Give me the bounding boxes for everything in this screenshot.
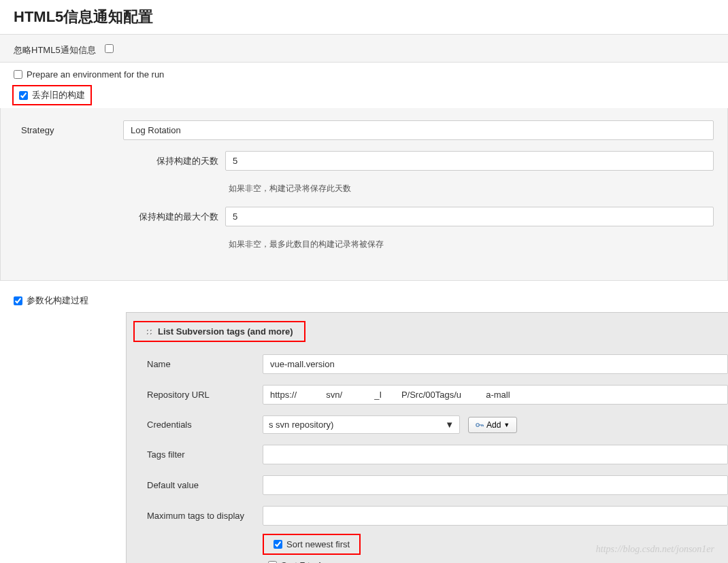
discard-old-highlight: 丢弃旧的构建 bbox=[12, 85, 92, 105]
cred-label: Credentials bbox=[147, 420, 263, 430]
parameterized-section: List Subversion tags (and more) Name Rep… bbox=[0, 312, 728, 563]
svn-param-box: List Subversion tags (and more) Name Rep… bbox=[126, 312, 728, 563]
prepare-env-checkbox[interactable] bbox=[14, 70, 22, 79]
add-btn-label: Add bbox=[486, 420, 501, 430]
svn-param-header: List Subversion tags (and more) bbox=[127, 313, 728, 349]
discard-old-label: 丢弃旧的构建 bbox=[32, 89, 85, 101]
chevron-down-icon: ▼ bbox=[503, 422, 510, 428]
repo-input[interactable] bbox=[263, 385, 728, 405]
cred-value: s svn repository) bbox=[269, 420, 333, 430]
svn-param-header-highlight: List Subversion tags (and more) bbox=[133, 321, 305, 342]
default-label: Default value bbox=[147, 480, 263, 490]
key-icon bbox=[476, 422, 484, 428]
max-tags-row: Maximum tags to display bbox=[127, 500, 728, 531]
name-label: Name bbox=[147, 359, 263, 369]
strategy-label: Strategy bbox=[21, 125, 123, 135]
max-keep-label: 保持构建的最大个数 bbox=[133, 211, 225, 223]
days-keep-help: 如果非空，构建记录将保存此天数 bbox=[229, 179, 714, 204]
cred-row: Credentials s svn repository) ▼ Add ▼ bbox=[127, 410, 728, 439]
parameterized-checkbox[interactable] bbox=[14, 296, 22, 305]
strategy-row: Strategy bbox=[21, 118, 714, 143]
sort-newest-checkbox[interactable] bbox=[274, 540, 282, 549]
svn-param-title: List Subversion tags (and more) bbox=[158, 326, 293, 337]
max-tags-label: Maximum tags to display bbox=[147, 511, 263, 521]
default-row: Default value bbox=[127, 470, 728, 500]
prepare-env-row: Prepare an environment for the run bbox=[0, 65, 728, 84]
sort-newest-label: Sort newest first bbox=[286, 539, 350, 549]
discard-old-row: 丢弃旧的构建 bbox=[0, 84, 728, 107]
days-keep-label: 保持构建的天数 bbox=[133, 155, 225, 167]
name-input[interactable] bbox=[263, 354, 728, 374]
default-input[interactable] bbox=[263, 475, 728, 495]
ignore-html5-checkbox[interactable] bbox=[105, 44, 114, 53]
name-row: Name bbox=[127, 349, 728, 379]
sort-newest-highlight: Sort newest first bbox=[263, 534, 361, 555]
cred-select[interactable]: s svn repository) ▼ bbox=[263, 415, 460, 434]
ignore-html5-section: 忽略HTML5通知信息 bbox=[0, 34, 728, 63]
tags-filter-label: Tags filter bbox=[147, 449, 263, 460]
add-cred-button[interactable]: Add ▼ bbox=[468, 417, 517, 433]
max-keep-help: 如果非空，最多此数目的构建记录将被保存 bbox=[229, 235, 714, 260]
tags-filter-row: Tags filter bbox=[127, 439, 728, 470]
svg-point-0 bbox=[476, 423, 480, 426]
max-keep-row: 保持构建的最大个数 bbox=[133, 204, 714, 229]
ignore-html5-label: 忽略HTML5通知信息 bbox=[14, 44, 102, 56]
repo-label: Repository URL bbox=[147, 390, 263, 400]
sort-newest-row: Sort newest first bbox=[263, 531, 728, 558]
max-keep-input[interactable] bbox=[225, 207, 714, 226]
chevron-down-icon: ▼ bbox=[445, 420, 454, 430]
page-title: HTML5信息通知配置 bbox=[0, 0, 728, 34]
sort-za-label: Sort Z to A bbox=[281, 560, 322, 563]
sort-za-row: Sort Z to A bbox=[263, 558, 728, 563]
parameterized-label: 参数化构建过程 bbox=[27, 294, 88, 307]
max-tags-input[interactable] bbox=[263, 506, 728, 526]
repo-row: Repository URL bbox=[127, 379, 728, 410]
drag-handle-icon[interactable] bbox=[146, 328, 152, 335]
discard-old-form: Strategy 保持构建的天数 如果非空，构建记录将保存此天数 保持构建的最大… bbox=[0, 108, 728, 281]
strategy-input[interactable] bbox=[123, 120, 714, 140]
tags-filter-input[interactable] bbox=[263, 445, 728, 464]
discard-old-checkbox[interactable] bbox=[19, 91, 28, 100]
days-keep-input[interactable] bbox=[225, 151, 714, 171]
parameterized-row: 参数化构建过程 bbox=[0, 290, 728, 311]
prepare-env-label: Prepare an environment for the run bbox=[27, 69, 164, 80]
days-keep-row: 保持构建的天数 bbox=[133, 148, 714, 173]
